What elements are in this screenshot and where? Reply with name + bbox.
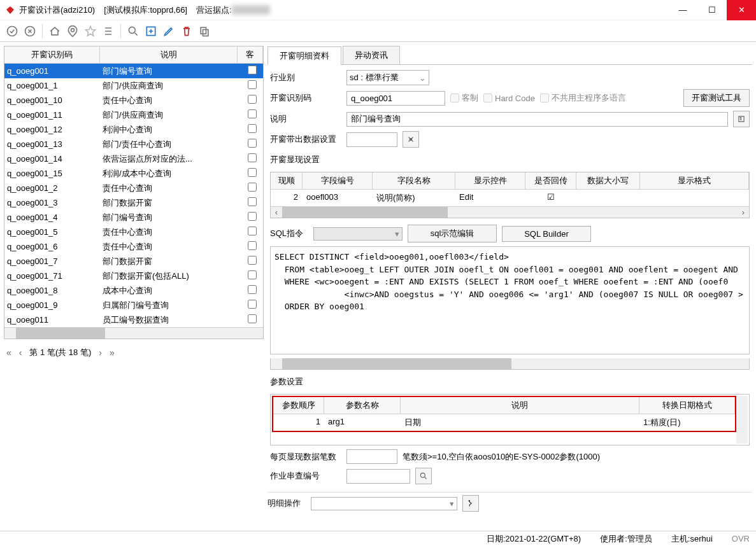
edit-icon[interactable]: [160, 23, 177, 39]
dg-col-ctrl[interactable]: 显示控件: [455, 172, 525, 189]
col-code[interactable]: 开窗识别码: [4, 46, 100, 63]
row-cust-checkbox[interactable]: [248, 241, 257, 250]
confirm-icon[interactable]: [4, 23, 20, 39]
minimize-button[interactable]: —: [668, 0, 697, 20]
dg-col-seq[interactable]: 现顺: [271, 172, 303, 189]
add-icon[interactable]: [143, 23, 159, 39]
list-row[interactable]: q_ooeg001_4部门编号查询: [4, 210, 263, 225]
list-row[interactable]: q_ooeg001_8成本中心查询: [4, 283, 263, 298]
row-cust-checkbox[interactable]: [248, 95, 257, 104]
list-row[interactable]: q_ooeg011员工编号数据查询: [4, 312, 263, 327]
detail-op-run-button[interactable]: [462, 495, 479, 512]
delete-icon[interactable]: [178, 23, 195, 39]
export-input[interactable]: [346, 132, 397, 147]
p-col-desc[interactable]: 说明: [401, 397, 639, 414]
star-icon[interactable]: [82, 23, 99, 39]
sql-demo-button[interactable]: sql示范编辑: [408, 225, 497, 242]
list-row[interactable]: q_ooeg001_15利润/成本中心查询: [4, 166, 263, 181]
list-row[interactable]: q_ooeg001部门编号查询: [4, 64, 263, 78]
checkbox-return[interactable]: ☑: [525, 190, 576, 206]
col-cust[interactable]: 客: [238, 46, 263, 63]
row-cust-checkbox[interactable]: [248, 314, 257, 323]
desc-input[interactable]: [346, 112, 728, 127]
list-row[interactable]: q_ooeg001_5责任中心查询: [4, 225, 263, 239]
list-row[interactable]: q_ooeg001_2责任中心查询: [4, 181, 263, 195]
row-cust-checkbox[interactable]: [248, 66, 257, 74]
row-cust-checkbox[interactable]: [248, 256, 257, 265]
sql-hscroll[interactable]: [270, 358, 750, 370]
pager-next[interactable]: ›: [99, 347, 102, 358]
test-tool-button[interactable]: 开窗测试工具: [683, 89, 750, 107]
p-col-seq[interactable]: 参数顺序: [273, 397, 324, 414]
p-col-datefmt[interactable]: 转换日期格式: [639, 397, 735, 414]
params-vscroll[interactable]: [736, 396, 748, 444]
row-cust-checkbox[interactable]: [248, 153, 257, 162]
svg-point-2: [71, 28, 75, 31]
list-icon[interactable]: [100, 23, 117, 39]
tab-detail[interactable]: 开窗明细资料: [267, 46, 341, 65]
sql-textarea[interactable]: SELECT DISTINCT <field>ooeg001,ooefl003<…: [270, 246, 750, 354]
industry-select[interactable]: sd : 標準行業⌄: [346, 70, 429, 85]
home-icon[interactable]: [46, 23, 63, 39]
row-cust-checkbox[interactable]: [248, 197, 257, 206]
display-grid-hscroll[interactable]: ‹›: [271, 206, 749, 218]
copy-icon[interactable]: [196, 23, 213, 39]
list-hscrollbar[interactable]: [4, 327, 263, 339]
id-input[interactable]: [346, 91, 445, 106]
row-cust-checkbox[interactable]: [248, 80, 257, 89]
list-row[interactable]: q_ooeg001_7部门数据开窗: [4, 254, 263, 269]
jobserial-search-button[interactable]: [415, 468, 432, 484]
maximize-button[interactable]: ☐: [697, 0, 727, 20]
sql-builder-button[interactable]: SQL Builder: [502, 226, 591, 242]
row-cust-checkbox[interactable]: [248, 109, 257, 118]
pagesize-input[interactable]: [346, 449, 397, 464]
no-multilang-checkbox[interactable]: 不共用主程序多语言: [540, 92, 626, 104]
pager-last[interactable]: »: [110, 347, 115, 358]
close-button[interactable]: ✕: [727, 0, 756, 20]
list-row[interactable]: q_ooeg001_10责任中心查询: [4, 93, 263, 108]
sql-select[interactable]: ▾: [313, 227, 403, 241]
pager-prev[interactable]: ‹: [19, 347, 22, 358]
jobserial-input[interactable]: [346, 469, 410, 484]
list-row[interactable]: q_ooeg001_14依营运据点所对应的法...: [4, 151, 263, 166]
cancel-icon[interactable]: [22, 23, 38, 39]
row-cust-checkbox[interactable]: [248, 285, 257, 294]
list-row[interactable]: q_ooeg001_9归属部门编号查询: [4, 298, 263, 312]
detail-op-select[interactable]: ▾: [311, 497, 457, 510]
hardcode-checkbox[interactable]: Hard Code: [483, 94, 535, 103]
pager-first[interactable]: «: [6, 347, 11, 358]
row-cust-checkbox[interactable]: [248, 212, 257, 221]
list-row[interactable]: q_ooeg001_3部门数据开窗: [4, 195, 263, 210]
row-cust-checkbox[interactable]: [248, 139, 257, 148]
list-row[interactable]: q_ooeg001_71部门数据开窗(包括ALL): [4, 269, 263, 283]
pagesize-label: 每页显现数据笔数: [270, 451, 341, 463]
list-row[interactable]: q_ooeg001_1部门/供应商查询: [4, 78, 263, 93]
tab-changes[interactable]: 异动资讯: [343, 46, 400, 64]
export-config-button[interactable]: [403, 131, 419, 148]
dg-col-ret[interactable]: 是否回传: [525, 172, 576, 189]
list-row[interactable]: q_ooeg001_13部门/责任中心查询: [4, 137, 263, 151]
custom-checkbox[interactable]: 客制: [450, 92, 478, 104]
list-row[interactable]: q_ooeg001_12利润中心查询: [4, 122, 263, 137]
list-row[interactable]: q_ooeg001_6责任中心查询: [4, 239, 263, 254]
row-cust-checkbox[interactable]: [248, 168, 257, 177]
env-label: [测试模拟库:topprd,66]: [104, 4, 187, 16]
p-col-name[interactable]: 参数名称: [324, 397, 401, 414]
dg-col-field[interactable]: 字段编号: [303, 172, 373, 189]
row-cust-checkbox[interactable]: [248, 124, 257, 133]
dg-col-fmt[interactable]: 显示格式: [640, 172, 749, 189]
display-grid-row[interactable]: 2 ooefl003 说明(简称) Edit ☑: [271, 190, 749, 206]
list-row[interactable]: q_ooeg001_11部门/供应商查询: [4, 108, 263, 122]
pin-icon[interactable]: [64, 23, 81, 39]
titlebar: 开窗设计器(adzi210) [测试模拟库:topprd,66] 营运据点:xx…: [0, 0, 756, 20]
row-cust-checkbox[interactable]: [248, 300, 257, 309]
row-cust-checkbox[interactable]: [248, 227, 257, 235]
col-desc[interactable]: 说明: [100, 46, 238, 63]
desc-lang-button[interactable]: [733, 111, 750, 127]
row-cust-checkbox[interactable]: [248, 270, 257, 279]
params-row[interactable]: 1 arg1 日期 1:精度(日): [273, 414, 735, 431]
search-icon[interactable]: [125, 23, 141, 39]
dg-col-case[interactable]: 数据大小写: [576, 172, 640, 189]
row-cust-checkbox[interactable]: [248, 183, 257, 192]
dg-col-name[interactable]: 字段名称: [373, 172, 455, 189]
